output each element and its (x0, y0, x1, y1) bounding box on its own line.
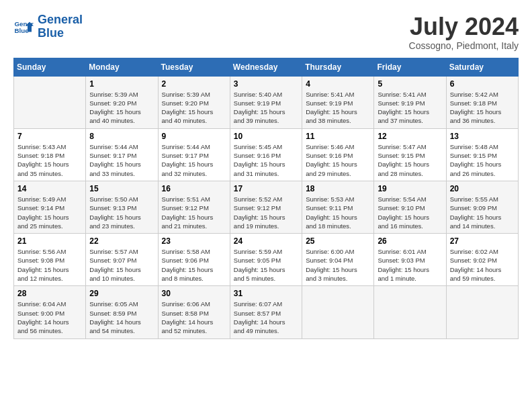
calendar-cell: 19Sunrise: 5:54 AM Sunset: 9:10 PM Dayli… (374, 181, 446, 233)
day-info: Sunrise: 6:05 AM Sunset: 8:59 PM Dayligh… (89, 300, 154, 335)
day-number: 8 (89, 132, 154, 141)
calendar-cell (374, 286, 446, 338)
location-subtitle: Cossogno, Piedmont, Italy (409, 40, 519, 51)
calendar-cell: 18Sunrise: 5:53 AM Sunset: 9:11 PM Dayli… (302, 181, 374, 233)
day-number: 11 (306, 132, 370, 141)
calendar-cell: 13Sunrise: 5:48 AM Sunset: 9:15 PM Dayli… (446, 128, 518, 181)
calendar-cell: 11Sunrise: 5:46 AM Sunset: 9:16 PM Dayli… (302, 128, 374, 181)
calendar-table: SundayMondayTuesdayWednesdayThursdayFrid… (13, 58, 519, 339)
calendar-cell: 14Sunrise: 5:49 AM Sunset: 9:14 PM Dayli… (14, 181, 86, 233)
column-header-wednesday: Wednesday (230, 58, 302, 76)
calendar-cell: 20Sunrise: 5:55 AM Sunset: 9:09 PM Dayli… (446, 181, 518, 233)
day-number: 13 (450, 132, 515, 141)
calendar-cell: 4Sunrise: 5:41 AM Sunset: 9:19 PM Daylig… (302, 76, 374, 128)
day-info: Sunrise: 5:41 AM Sunset: 9:19 PM Dayligh… (378, 90, 442, 126)
calendar-cell: 23Sunrise: 5:58 AM Sunset: 9:06 PM Dayli… (158, 234, 230, 286)
calendar-cell: 8Sunrise: 5:44 AM Sunset: 9:17 PM Daylig… (86, 128, 158, 181)
day-number: 27 (450, 236, 515, 246)
svg-text:Blue: Blue (15, 27, 30, 34)
calendar-cell: 7Sunrise: 5:43 AM Sunset: 9:18 PM Daylig… (14, 128, 86, 181)
column-header-tuesday: Tuesday (158, 58, 230, 76)
day-number: 16 (162, 184, 226, 193)
day-number: 3 (234, 79, 298, 89)
day-info: Sunrise: 6:07 AM Sunset: 8:57 PM Dayligh… (234, 300, 298, 335)
day-info: Sunrise: 5:52 AM Sunset: 9:12 PM Dayligh… (234, 195, 298, 230)
day-info: Sunrise: 5:41 AM Sunset: 9:19 PM Dayligh… (306, 90, 370, 126)
page-header: General Blue General Blue July 2024 Coss… (13, 13, 519, 51)
calendar-cell: 5Sunrise: 5:41 AM Sunset: 9:19 PM Daylig… (374, 76, 446, 128)
calendar-cell: 31Sunrise: 6:07 AM Sunset: 8:57 PM Dayli… (230, 286, 302, 338)
calendar-cell: 12Sunrise: 5:47 AM Sunset: 9:15 PM Dayli… (374, 128, 446, 181)
day-info: Sunrise: 5:47 AM Sunset: 9:15 PM Dayligh… (378, 142, 442, 178)
day-info: Sunrise: 5:46 AM Sunset: 9:16 PM Dayligh… (306, 142, 370, 178)
day-info: Sunrise: 5:40 AM Sunset: 9:19 PM Dayligh… (234, 90, 298, 126)
day-info: Sunrise: 5:54 AM Sunset: 9:10 PM Dayligh… (378, 195, 442, 230)
calendar-cell (446, 286, 518, 338)
day-info: Sunrise: 5:45 AM Sunset: 9:16 PM Dayligh… (234, 142, 298, 178)
day-number: 10 (234, 132, 298, 141)
day-number: 20 (450, 184, 515, 193)
calendar-cell: 21Sunrise: 5:56 AM Sunset: 9:08 PM Dayli… (14, 234, 86, 286)
calendar-cell: 25Sunrise: 6:00 AM Sunset: 9:04 PM Dayli… (302, 234, 374, 286)
day-info: Sunrise: 6:06 AM Sunset: 8:58 PM Dayligh… (162, 300, 226, 335)
calendar-cell: 29Sunrise: 6:05 AM Sunset: 8:59 PM Dayli… (86, 286, 158, 338)
day-number: 18 (306, 184, 370, 193)
day-info: Sunrise: 5:59 AM Sunset: 9:05 PM Dayligh… (234, 247, 298, 283)
calendar-cell (302, 286, 374, 338)
calendar-cell: 2Sunrise: 5:39 AM Sunset: 9:20 PM Daylig… (158, 76, 230, 128)
calendar-cell: 17Sunrise: 5:52 AM Sunset: 9:12 PM Dayli… (230, 181, 302, 233)
calendar-cell: 30Sunrise: 6:06 AM Sunset: 8:58 PM Dayli… (158, 286, 230, 338)
day-info: Sunrise: 5:55 AM Sunset: 9:09 PM Dayligh… (450, 195, 515, 230)
logo-text: General Blue (38, 13, 83, 40)
calendar-cell: 26Sunrise: 6:01 AM Sunset: 9:03 PM Dayli… (374, 234, 446, 286)
day-number: 4 (306, 79, 370, 89)
title-block: July 2024 Cossogno, Piedmont, Italy (409, 13, 519, 51)
logo-line2: Blue (38, 26, 64, 40)
day-info: Sunrise: 5:48 AM Sunset: 9:15 PM Dayligh… (450, 142, 515, 178)
week-row-5: 28Sunrise: 6:04 AM Sunset: 9:00 PM Dayli… (14, 286, 519, 338)
day-number: 7 (17, 132, 82, 141)
calendar-cell (14, 76, 86, 128)
day-info: Sunrise: 6:04 AM Sunset: 9:00 PM Dayligh… (17, 300, 82, 335)
logo-icon: General Blue (13, 17, 34, 37)
calendar-cell: 6Sunrise: 5:42 AM Sunset: 9:18 PM Daylig… (446, 76, 518, 128)
week-row-3: 14Sunrise: 5:49 AM Sunset: 9:14 PM Dayli… (14, 181, 519, 233)
calendar-cell: 24Sunrise: 5:59 AM Sunset: 9:05 PM Dayli… (230, 234, 302, 286)
day-info: Sunrise: 5:39 AM Sunset: 9:20 PM Dayligh… (162, 90, 226, 126)
day-info: Sunrise: 5:50 AM Sunset: 9:13 PM Dayligh… (89, 195, 154, 230)
day-info: Sunrise: 5:57 AM Sunset: 9:07 PM Dayligh… (89, 247, 154, 283)
day-number: 28 (17, 289, 82, 298)
day-number: 21 (17, 236, 82, 246)
day-info: Sunrise: 5:44 AM Sunset: 9:17 PM Dayligh… (162, 142, 226, 178)
day-number: 6 (450, 79, 515, 89)
day-info: Sunrise: 5:53 AM Sunset: 9:11 PM Dayligh… (306, 195, 370, 230)
day-info: Sunrise: 5:58 AM Sunset: 9:06 PM Dayligh… (162, 247, 226, 283)
day-info: Sunrise: 5:43 AM Sunset: 9:18 PM Dayligh… (17, 142, 82, 178)
day-number: 22 (89, 236, 154, 246)
day-number: 2 (162, 79, 226, 89)
calendar-cell: 1Sunrise: 5:39 AM Sunset: 9:20 PM Daylig… (86, 76, 158, 128)
day-number: 29 (89, 289, 154, 298)
calendar-cell: 28Sunrise: 6:04 AM Sunset: 9:00 PM Dayli… (14, 286, 86, 338)
week-row-2: 7Sunrise: 5:43 AM Sunset: 9:18 PM Daylig… (14, 128, 519, 181)
day-info: Sunrise: 5:44 AM Sunset: 9:17 PM Dayligh… (89, 142, 154, 178)
day-number: 24 (234, 236, 298, 246)
logo: General Blue General Blue (13, 13, 83, 40)
calendar-cell: 15Sunrise: 5:50 AM Sunset: 9:13 PM Dayli… (86, 181, 158, 233)
day-number: 15 (89, 184, 154, 193)
day-number: 23 (162, 236, 226, 246)
day-number: 26 (378, 236, 442, 246)
day-number: 5 (378, 79, 442, 89)
week-row-4: 21Sunrise: 5:56 AM Sunset: 9:08 PM Dayli… (14, 234, 519, 286)
calendar-cell: 16Sunrise: 5:51 AM Sunset: 9:12 PM Dayli… (158, 181, 230, 233)
day-info: Sunrise: 5:42 AM Sunset: 9:18 PM Dayligh… (450, 90, 515, 126)
day-number: 31 (234, 289, 298, 298)
day-number: 12 (378, 132, 442, 141)
calendar-cell: 22Sunrise: 5:57 AM Sunset: 9:07 PM Dayli… (86, 234, 158, 286)
day-info: Sunrise: 6:00 AM Sunset: 9:04 PM Dayligh… (306, 247, 370, 283)
calendar-cell: 10Sunrise: 5:45 AM Sunset: 9:16 PM Dayli… (230, 128, 302, 181)
day-info: Sunrise: 5:56 AM Sunset: 9:08 PM Dayligh… (17, 247, 82, 283)
day-number: 1 (89, 79, 154, 89)
column-header-saturday: Saturday (446, 58, 518, 76)
column-header-sunday: Sunday (14, 58, 86, 76)
